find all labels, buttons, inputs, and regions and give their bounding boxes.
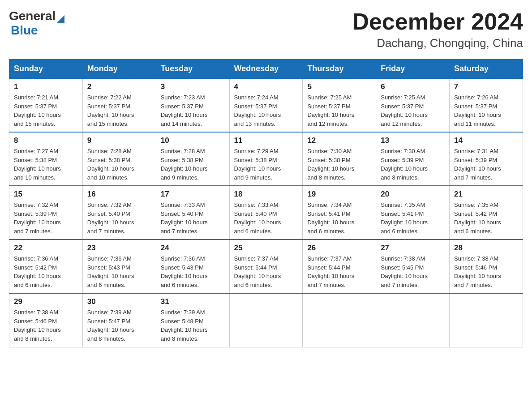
- day-info: Sunrise: 7:36 AMSunset: 5:43 PMDaylight:…: [161, 254, 225, 289]
- day-cell-25: 25Sunrise: 7:37 AMSunset: 5:44 PMDayligh…: [229, 240, 303, 293]
- empty-cell: [229, 293, 303, 347]
- day-info: Sunrise: 7:39 AMSunset: 5:48 PMDaylight:…: [161, 308, 225, 343]
- header-day-wednesday: Wednesday: [229, 60, 303, 79]
- day-number: 26: [307, 244, 371, 253]
- week-row-1: 1Sunrise: 7:21 AMSunset: 5:37 PMDaylight…: [9, 78, 523, 132]
- header-day-tuesday: Tuesday: [156, 60, 229, 79]
- header-day-saturday: Saturday: [450, 60, 523, 79]
- day-cell-16: 16Sunrise: 7:32 AMSunset: 5:40 PMDayligh…: [82, 186, 156, 240]
- header-row: SundayMondayTuesdayWednesdayThursdayFrid…: [9, 60, 523, 79]
- day-cell-31: 31Sunrise: 7:39 AMSunset: 5:48 PMDayligh…: [156, 293, 229, 347]
- day-cell-13: 13Sunrise: 7:30 AMSunset: 5:39 PMDayligh…: [376, 132, 450, 186]
- day-number: 1: [14, 82, 78, 91]
- empty-cell: [450, 293, 523, 347]
- day-number: 21: [454, 190, 518, 199]
- day-cell-3: 3Sunrise: 7:23 AMSunset: 5:37 PMDaylight…: [156, 78, 229, 132]
- day-cell-29: 29Sunrise: 7:38 AMSunset: 5:46 PMDayligh…: [9, 293, 83, 347]
- header-day-friday: Friday: [376, 60, 450, 79]
- day-info: Sunrise: 7:25 AMSunset: 5:37 PMDaylight:…: [307, 93, 371, 128]
- day-cell-19: 19Sunrise: 7:34 AMSunset: 5:41 PMDayligh…: [303, 186, 376, 240]
- day-number: 16: [87, 190, 151, 199]
- day-number: 30: [87, 297, 151, 306]
- day-cell-17: 17Sunrise: 7:33 AMSunset: 5:40 PMDayligh…: [156, 186, 229, 240]
- day-number: 25: [234, 244, 298, 253]
- day-cell-7: 7Sunrise: 7:26 AMSunset: 5:37 PMDaylight…: [450, 78, 523, 132]
- calendar-table: SundayMondayTuesdayWednesdayThursdayFrid…: [9, 59, 523, 347]
- day-cell-21: 21Sunrise: 7:35 AMSunset: 5:42 PMDayligh…: [450, 186, 523, 240]
- day-info: Sunrise: 7:38 AMSunset: 5:45 PMDaylight:…: [381, 254, 445, 289]
- day-cell-4: 4Sunrise: 7:24 AMSunset: 5:37 PMDaylight…: [229, 78, 303, 132]
- day-info: Sunrise: 7:22 AMSunset: 5:37 PMDaylight:…: [87, 93, 151, 128]
- day-info: Sunrise: 7:28 AMSunset: 5:38 PMDaylight:…: [87, 147, 151, 182]
- week-row-4: 22Sunrise: 7:36 AMSunset: 5:42 PMDayligh…: [9, 240, 523, 293]
- day-number: 3: [161, 82, 225, 91]
- day-info: Sunrise: 7:30 AMSunset: 5:39 PMDaylight:…: [381, 147, 445, 182]
- day-info: Sunrise: 7:33 AMSunset: 5:40 PMDaylight:…: [234, 201, 298, 235]
- day-info: Sunrise: 7:31 AMSunset: 5:39 PMDaylight:…: [454, 147, 518, 182]
- day-cell-18: 18Sunrise: 7:33 AMSunset: 5:40 PMDayligh…: [229, 186, 303, 240]
- day-cell-8: 8Sunrise: 7:27 AMSunset: 5:38 PMDaylight…: [9, 132, 83, 186]
- day-info: Sunrise: 7:32 AMSunset: 5:39 PMDaylight:…: [14, 201, 78, 235]
- day-number: 12: [307, 136, 371, 145]
- location-title: Dachang, Chongqing, China: [352, 36, 523, 50]
- day-info: Sunrise: 7:32 AMSunset: 5:40 PMDaylight:…: [87, 201, 151, 235]
- day-number: 9: [87, 136, 151, 145]
- day-cell-28: 28Sunrise: 7:38 AMSunset: 5:46 PMDayligh…: [450, 240, 523, 293]
- day-number: 13: [381, 136, 445, 145]
- day-number: 22: [14, 244, 78, 253]
- day-cell-11: 11Sunrise: 7:29 AMSunset: 5:38 PMDayligh…: [229, 132, 303, 186]
- day-info: Sunrise: 7:25 AMSunset: 5:37 PMDaylight:…: [381, 93, 445, 128]
- day-info: Sunrise: 7:30 AMSunset: 5:38 PMDaylight:…: [307, 147, 371, 182]
- svg-marker-0: [56, 15, 64, 23]
- day-info: Sunrise: 7:37 AMSunset: 5:44 PMDaylight:…: [307, 254, 371, 289]
- week-row-5: 29Sunrise: 7:38 AMSunset: 5:46 PMDayligh…: [9, 293, 523, 347]
- day-number: 19: [307, 190, 371, 199]
- header-day-monday: Monday: [82, 60, 156, 79]
- day-number: 5: [307, 82, 371, 91]
- day-number: 28: [454, 244, 518, 253]
- logo-triangle-icon: [56, 15, 64, 23]
- day-number: 7: [454, 82, 518, 91]
- day-cell-23: 23Sunrise: 7:36 AMSunset: 5:43 PMDayligh…: [82, 240, 156, 293]
- day-cell-22: 22Sunrise: 7:36 AMSunset: 5:42 PMDayligh…: [9, 240, 83, 293]
- header-day-thursday: Thursday: [303, 60, 376, 79]
- day-info: Sunrise: 7:24 AMSunset: 5:37 PMDaylight:…: [234, 93, 298, 128]
- day-number: 23: [87, 244, 151, 253]
- title-block: December 2024 Dachang, Chongqing, China: [352, 9, 523, 50]
- day-number: 8: [14, 136, 78, 145]
- day-info: Sunrise: 7:33 AMSunset: 5:40 PMDaylight:…: [161, 201, 225, 235]
- day-info: Sunrise: 7:38 AMSunset: 5:46 PMDaylight:…: [14, 308, 78, 343]
- day-cell-27: 27Sunrise: 7:38 AMSunset: 5:45 PMDayligh…: [376, 240, 450, 293]
- day-info: Sunrise: 7:21 AMSunset: 5:37 PMDaylight:…: [14, 93, 78, 128]
- day-number: 6: [381, 82, 445, 91]
- day-info: Sunrise: 7:39 AMSunset: 5:47 PMDaylight:…: [87, 308, 151, 343]
- week-row-3: 15Sunrise: 7:32 AMSunset: 5:39 PMDayligh…: [9, 186, 523, 240]
- page-header: General Blue December 2024 Dachang, Chon…: [9, 9, 523, 50]
- day-number: 15: [14, 190, 78, 199]
- day-info: Sunrise: 7:36 AMSunset: 5:42 PMDaylight:…: [14, 254, 78, 289]
- day-info: Sunrise: 7:37 AMSunset: 5:44 PMDaylight:…: [234, 254, 298, 289]
- day-number: 10: [161, 136, 225, 145]
- day-cell-6: 6Sunrise: 7:25 AMSunset: 5:37 PMDaylight…: [376, 78, 450, 132]
- day-cell-5: 5Sunrise: 7:25 AMSunset: 5:37 PMDaylight…: [303, 78, 376, 132]
- day-cell-20: 20Sunrise: 7:35 AMSunset: 5:41 PMDayligh…: [376, 186, 450, 240]
- day-cell-14: 14Sunrise: 7:31 AMSunset: 5:39 PMDayligh…: [450, 132, 523, 186]
- logo: General Blue: [9, 9, 64, 38]
- week-row-2: 8Sunrise: 7:27 AMSunset: 5:38 PMDaylight…: [9, 132, 523, 186]
- day-number: 14: [454, 136, 518, 145]
- day-info: Sunrise: 7:35 AMSunset: 5:41 PMDaylight:…: [381, 201, 445, 235]
- day-number: 4: [234, 82, 298, 91]
- day-number: 17: [161, 190, 225, 199]
- logo-blue-text: Blue: [11, 23, 38, 37]
- day-info: Sunrise: 7:34 AMSunset: 5:41 PMDaylight:…: [307, 201, 371, 235]
- day-number: 31: [161, 297, 225, 306]
- day-number: 2: [87, 82, 151, 91]
- day-info: Sunrise: 7:27 AMSunset: 5:38 PMDaylight:…: [14, 147, 78, 182]
- day-number: 18: [234, 190, 298, 199]
- day-number: 24: [161, 244, 225, 253]
- empty-cell: [303, 293, 376, 347]
- day-cell-26: 26Sunrise: 7:37 AMSunset: 5:44 PMDayligh…: [303, 240, 376, 293]
- day-cell-24: 24Sunrise: 7:36 AMSunset: 5:43 PMDayligh…: [156, 240, 229, 293]
- day-info: Sunrise: 7:28 AMSunset: 5:38 PMDaylight:…: [161, 147, 225, 182]
- day-info: Sunrise: 7:38 AMSunset: 5:46 PMDaylight:…: [454, 254, 518, 289]
